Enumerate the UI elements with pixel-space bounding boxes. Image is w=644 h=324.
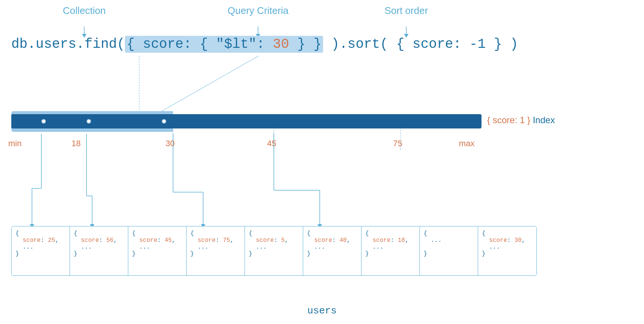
bar-dot-3 (162, 119, 166, 124)
doc-cell-3: { score: 45, ... } (128, 226, 187, 275)
collection-name: users (307, 305, 337, 316)
code-suffix: ).sort( { score: -1 } ) (323, 37, 518, 52)
bar-dot-2 (87, 119, 91, 124)
doc-cell-6: { score: 40, ... } (303, 226, 361, 275)
index-label: { score: 1 } Index (487, 115, 555, 125)
doc-cell-7: { score: 18, ... } (361, 226, 420, 275)
scale-30: 30 (166, 139, 175, 148)
scale-max: max (459, 139, 475, 148)
doc-cell-9: { score: 30, ... } (478, 226, 536, 275)
documents-row: { score: 25, ... } { score: 56, ... } { … (11, 226, 537, 276)
code-number: 30 (273, 37, 289, 52)
doc-cell-4: { score: 75, ... } (187, 226, 245, 275)
code-prefix: db.users.find( (11, 37, 125, 52)
code-highlight: { score: { "$lt": 30 } } (125, 36, 323, 53)
doc-cell-5: { score: 5, ... } (245, 226, 303, 275)
svg-line-7 (162, 56, 259, 111)
label-sort-order: Sort order (369, 5, 444, 17)
doc-cell-2: { score: 56, ... } (70, 226, 128, 275)
index-bar-dark (11, 114, 481, 128)
doc-cell-1: { score: 25, ... } (12, 226, 70, 275)
label-collection: Collection (47, 5, 122, 17)
bar-dot-1 (41, 119, 46, 124)
scale-min: min (8, 139, 21, 148)
scale-18: 18 (71, 139, 80, 148)
label-query-criteria: Query Criteria (201, 5, 315, 17)
doc-cell-8: { ... } (420, 226, 478, 275)
scale-75: 75 (393, 139, 402, 148)
diagram-container: Collection Query Criteria Sort order db.… (0, 0, 644, 324)
code-line: db.users.find({ score: { "$lt": 30 } } )… (11, 36, 518, 53)
scale-45: 45 (267, 139, 276, 148)
